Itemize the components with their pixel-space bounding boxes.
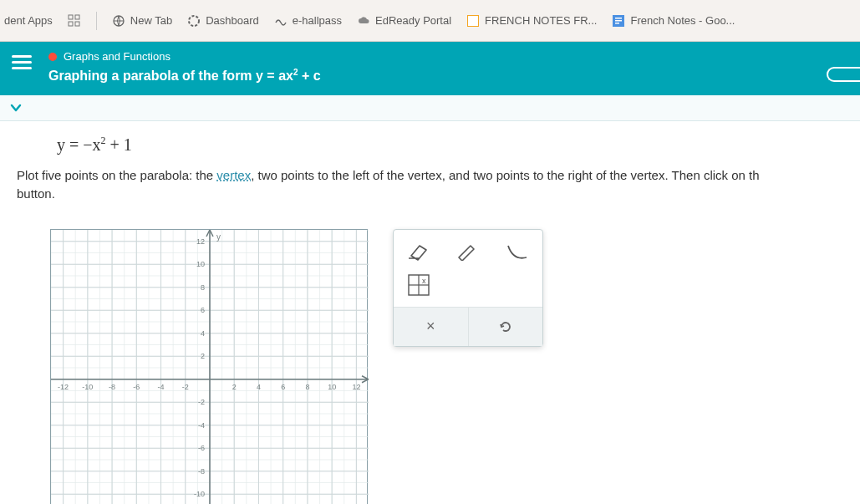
svg-text:4: 4 [257, 383, 261, 391]
collapse-chevron[interactable] [7, 99, 25, 117]
doc-orange-icon [466, 14, 480, 28]
bookmark-label: EdReady Portal [375, 14, 451, 27]
bookmark-label: FRENCH NOTES FR... [485, 14, 597, 27]
svg-text:-10: -10 [194, 490, 205, 498]
bookmark-label: Dashboard [206, 14, 259, 27]
apps-grid-icon [68, 14, 81, 28]
svg-text:-6: -6 [133, 383, 140, 391]
svg-text:-2: -2 [182, 383, 189, 391]
breadcrumb[interactable]: Graphs and Functions [48, 50, 848, 63]
toolbox: x × [393, 229, 543, 347]
bookmark-label: e-hallpass [293, 14, 342, 27]
collapse-row [0, 95, 860, 121]
apps-label: dent Apps [4, 14, 53, 27]
svg-rect-3 [75, 22, 79, 26]
svg-rect-2 [69, 22, 73, 26]
svg-text:10: 10 [328, 383, 336, 391]
svg-text:6: 6 [201, 306, 205, 314]
svg-text:-2: -2 [198, 398, 205, 406]
instructions: Plot five points on the parabola: the ve… [17, 166, 843, 204]
globe-icon [112, 14, 125, 28]
record-dot-icon [48, 53, 57, 61]
svg-point-5 [189, 16, 199, 26]
svg-text:x: x [422, 277, 426, 285]
svg-text:-4: -4 [158, 383, 165, 391]
clear-button[interactable]: × [394, 308, 469, 346]
page-title: Graphing a parabola of the form y = ax2 … [48, 68, 848, 84]
doc-blue-icon [612, 14, 625, 28]
page-header: Graphs and Functions Graphing a parabola… [0, 42, 860, 95]
bookmark-ehallpass[interactable]: e-hallpass [274, 14, 342, 28]
undo-icon [497, 318, 514, 335]
graph-canvas[interactable]: -12-10-8-6-4-22468101212108642-2-4-6-8-1… [50, 229, 368, 504]
svg-rect-8 [615, 18, 622, 19]
menu-button[interactable] [12, 55, 32, 69]
bookmark-apps[interactable]: dent Apps [4, 14, 53, 27]
bookmark-label: New Tab [130, 14, 172, 27]
svg-text:4: 4 [201, 329, 205, 338]
vertex-link[interactable]: vertex [216, 168, 251, 182]
curve-tool[interactable] [505, 240, 531, 263]
svg-text:2: 2 [232, 383, 237, 391]
bookmark-separator [96, 12, 97, 30]
close-icon: × [426, 318, 435, 335]
bookmark-apps-grid[interactable] [68, 14, 81, 28]
svg-text:-12: -12 [58, 383, 69, 391]
svg-rect-10 [615, 23, 619, 24]
svg-text:12: 12 [352, 383, 360, 391]
bookmark-edready[interactable]: EdReady Portal [357, 14, 451, 28]
wave-icon [274, 14, 288, 28]
svg-rect-6 [467, 15, 479, 27]
svg-text:2: 2 [201, 352, 205, 360]
bookmark-dashboard[interactable]: Dashboard [187, 14, 259, 28]
bookmark-label: French Notes - Goo... [630, 14, 735, 27]
bookmark-french1[interactable]: FRENCH NOTES FR... [466, 14, 597, 28]
svg-text:-8: -8 [198, 467, 205, 476]
svg-text:-4: -4 [198, 421, 205, 430]
bookmark-french2[interactable]: French Notes - Goo... [612, 14, 735, 28]
bookmark-newtab[interactable]: New Tab [112, 14, 172, 28]
svg-text:8: 8 [201, 283, 205, 292]
breadcrumb-text: Graphs and Functions [64, 50, 170, 63]
undo-button[interactable] [469, 308, 543, 346]
svg-rect-0 [69, 15, 73, 19]
pencil-tool[interactable] [455, 240, 481, 263]
svg-text:-10: -10 [82, 383, 93, 391]
svg-text:-6: -6 [198, 444, 205, 452]
grid-zoom-tool[interactable]: x [405, 273, 432, 297]
svg-text:y: y [216, 232, 221, 242]
equation: y = −x2 + 1 [57, 135, 843, 155]
bookmark-bar: dent Apps New Tab Dashboard e-hallpass E… [0, 0, 860, 42]
svg-text:10: 10 [196, 260, 205, 268]
svg-text:6: 6 [281, 383, 285, 391]
content-area: y = −x2 + 1 Plot five points on the para… [0, 121, 860, 504]
svg-rect-1 [75, 15, 79, 19]
svg-text:12: 12 [196, 237, 205, 246]
svg-text:8: 8 [305, 383, 309, 391]
ring-icon [187, 14, 201, 28]
svg-rect-9 [615, 20, 622, 22]
svg-text:-8: -8 [109, 383, 115, 391]
eraser-tool[interactable] [405, 240, 431, 263]
header-pill[interactable] [827, 67, 860, 82]
cloud-icon [357, 14, 370, 28]
